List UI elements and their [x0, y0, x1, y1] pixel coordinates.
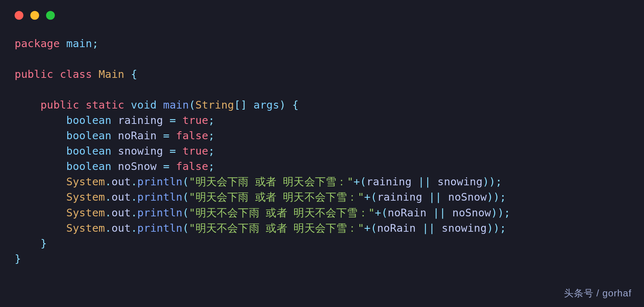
str2: "明天会下雨 或者 明天不会下雪：" [189, 191, 364, 203]
minimize-icon[interactable] [30, 11, 39, 20]
var-norain: noRain [118, 129, 157, 142]
close-icon[interactable] [15, 11, 23, 20]
lit-false: false [176, 129, 208, 142]
semi: ; [208, 114, 215, 126]
dot: . [131, 206, 137, 219]
semi: ; [496, 175, 502, 188]
plus: + [353, 175, 360, 188]
sys: System [66, 191, 105, 203]
footer-credit: 头条号 / gorhaf [564, 287, 632, 300]
rparen: ) [487, 191, 493, 203]
or: || [422, 222, 435, 234]
kw-boolean: boolean [66, 160, 111, 173]
rparen: ) [487, 222, 493, 234]
str1: "明天会下雨 或者 明天会下雪：" [189, 175, 353, 188]
kw-public: public [41, 99, 79, 111]
or: || [429, 191, 442, 203]
lparen: ( [182, 222, 189, 234]
arg: noRain [377, 222, 416, 234]
kw-void: void [131, 99, 157, 111]
brackets: [] [234, 99, 247, 111]
arg: snowing [437, 175, 483, 188]
semi: ; [92, 37, 99, 50]
out: out [111, 222, 131, 234]
kw-public: public [15, 68, 53, 80]
package-name: main [66, 37, 92, 50]
arg: noRain [388, 206, 427, 219]
arg: noSnow [448, 191, 487, 203]
kw-class: class [60, 68, 92, 80]
lit-true: true [182, 145, 208, 157]
rparen: ) [493, 222, 500, 234]
kw-static: static [86, 99, 124, 111]
lparen: ( [381, 206, 388, 219]
param-args: args [254, 99, 280, 111]
rparen: ) [489, 175, 496, 188]
rbrace: } [15, 253, 21, 265]
arg: snowing [442, 222, 487, 234]
fn-println: println [137, 191, 183, 203]
eq: = [163, 145, 182, 157]
fn-main: main [163, 99, 189, 111]
dot: . [131, 175, 137, 188]
lit-true: true [182, 114, 208, 126]
kw-boolean: boolean [66, 114, 111, 126]
lbrace: { [131, 68, 137, 80]
zoom-icon[interactable] [46, 11, 55, 20]
window-controls [0, 0, 644, 20]
fn-println: println [137, 206, 183, 219]
lparen: ( [182, 175, 189, 188]
var-snowing: snowing [118, 145, 163, 157]
dot: . [105, 191, 111, 203]
arg: raining [366, 175, 412, 188]
sys: System [66, 222, 105, 234]
dot: . [131, 222, 137, 234]
lit-false: false [176, 160, 208, 173]
lparen: ( [182, 191, 189, 203]
dot: . [105, 222, 111, 234]
kw-package: package [15, 37, 60, 50]
lparen: ( [182, 206, 189, 219]
dot: . [105, 206, 111, 219]
sys: System [66, 175, 105, 188]
semi: ; [504, 206, 511, 219]
var-raining: raining [118, 114, 163, 126]
kw-boolean: boolean [66, 129, 111, 142]
out: out [111, 175, 131, 188]
or: || [418, 175, 431, 188]
rparen: ) [279, 99, 286, 111]
semi: ; [500, 222, 506, 234]
semi: ; [500, 191, 506, 203]
str3: "明天不会下雨 或者 明天不会下雪：" [189, 206, 375, 219]
dot: . [131, 191, 137, 203]
type-string: String [196, 99, 234, 111]
arg: raining [377, 191, 423, 203]
plus: + [375, 206, 382, 219]
eq: = [157, 129, 176, 142]
plus: + [364, 191, 371, 203]
semi: ; [208, 160, 215, 173]
str4: "明天不会下雨 或者 明天会下雪：" [189, 222, 364, 234]
lparen: ( [371, 191, 377, 203]
semi: ; [208, 145, 215, 157]
class-name: Main [99, 68, 125, 80]
fn-println: println [137, 222, 183, 234]
out: out [111, 191, 131, 203]
lbrace: { [292, 99, 299, 111]
kw-boolean: boolean [66, 145, 111, 157]
lparen: ( [371, 222, 377, 234]
rparen: ) [482, 175, 489, 188]
lparen: ( [360, 175, 367, 188]
fn-println: println [137, 175, 183, 188]
or: || [433, 206, 446, 219]
rbrace: } [41, 237, 47, 250]
rparen: ) [497, 206, 504, 219]
eq: = [157, 160, 176, 173]
arg: noSnow [452, 206, 491, 219]
eq: = [163, 114, 182, 126]
dot: . [105, 175, 111, 188]
plus: + [364, 222, 371, 234]
rparen: ) [491, 206, 497, 219]
out: out [111, 206, 131, 219]
semi: ; [208, 129, 215, 142]
